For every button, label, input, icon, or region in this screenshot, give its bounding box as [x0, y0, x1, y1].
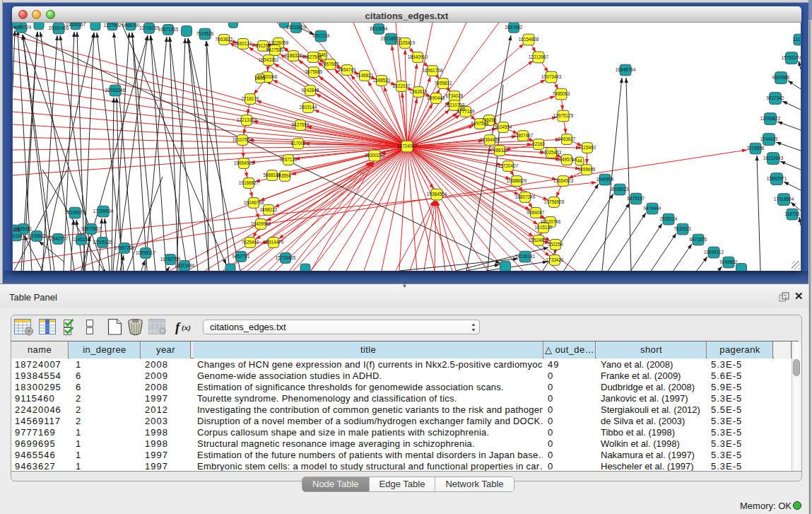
svg-text:19384554: 19384554 [427, 192, 447, 197]
svg-text:1145195: 1145195 [73, 237, 90, 242]
svg-text:1362615: 1362615 [410, 89, 428, 94]
svg-text:9777169: 9777169 [457, 109, 475, 114]
svg-text:15751074: 15751074 [782, 55, 801, 60]
svg-text:2803144: 2803144 [300, 105, 317, 110]
svg-text:116753: 116753 [785, 211, 800, 216]
svg-text:18724007: 18724007 [397, 144, 418, 148]
svg-text:16120746: 16120746 [541, 219, 561, 224]
svg-text:8990448: 8990448 [428, 95, 445, 100]
svg-text:9457791: 9457791 [233, 254, 250, 259]
svg-text:3498222: 3498222 [260, 207, 278, 212]
svg-text:17957253: 17957253 [114, 245, 135, 250]
svg-text:9115460: 9115460 [579, 145, 596, 150]
svg-text:9899695: 9899695 [578, 167, 596, 172]
svg-text:10653267: 10653267 [66, 23, 86, 27]
svg-text:7485063: 7485063 [553, 91, 570, 96]
svg-text:7357224: 7357224 [312, 33, 330, 38]
svg-text:1640954: 1640954 [596, 177, 614, 182]
svg-text:(x): (x) [182, 323, 191, 332]
svg-text:9463627: 9463627 [558, 136, 576, 141]
svg-text:19654923: 19654923 [234, 160, 254, 165]
svg-text:f: f [175, 320, 181, 334]
svg-text:9896: 9896 [255, 76, 266, 81]
svg-text:9474444: 9474444 [644, 206, 661, 211]
svg-text:7663822: 7663822 [216, 37, 233, 42]
svg-text:12213369: 12213369 [237, 117, 257, 122]
svg-text:8454749: 8454749 [339, 67, 356, 72]
svg-text:10654112: 10654112 [704, 250, 724, 255]
svg-text:17016504: 17016504 [774, 197, 794, 201]
svg-text:5888184: 5888184 [264, 173, 281, 177]
svg-text:9329966: 9329966 [772, 75, 790, 80]
svg-text:19166827: 19166827 [239, 180, 259, 185]
svg-text:6497568: 6497568 [471, 121, 489, 126]
svg-text:19524851: 19524851 [529, 238, 549, 243]
svg-text:9245652: 9245652 [720, 259, 738, 264]
svg-text:16961758: 16961758 [423, 68, 443, 73]
svg-text:3875685: 3875685 [305, 69, 323, 74]
svg-text:9084067: 9084067 [527, 210, 545, 215]
svg-text:9146821: 9146821 [356, 73, 374, 78]
svg-text:1615132: 1615132 [535, 225, 553, 230]
svg-text:9827500: 9827500 [266, 47, 284, 52]
svg-text:1244419: 1244419 [760, 136, 778, 141]
svg-text:7515526: 7515526 [196, 31, 214, 36]
svg-text:10688609: 10688609 [507, 178, 527, 183]
svg-text:18807249: 18807249 [515, 194, 536, 199]
svg-text:8186328: 8186328 [285, 53, 302, 58]
svg-text:44: 44 [577, 158, 582, 163]
svg-text:6734028: 6734028 [446, 93, 464, 98]
svg-text:8660124: 8660124 [235, 41, 252, 46]
svg-text:20053346: 20053346 [105, 88, 126, 93]
svg-text:14055724: 14055724 [13, 25, 32, 30]
svg-text:6466160: 6466160 [122, 23, 140, 28]
svg-text:252254: 252254 [548, 242, 563, 247]
svg-text:20206576: 20206576 [65, 210, 86, 215]
svg-text:12093822: 12093822 [760, 116, 781, 121]
svg-text:3267130: 3267130 [280, 157, 298, 162]
svg-text:16782759: 16782759 [160, 257, 181, 262]
svg-text:39154: 39154 [13, 233, 23, 238]
svg-text:16848784: 16848784 [616, 67, 636, 72]
svg-text:12975125: 12975125 [553, 113, 574, 118]
svg-text:13226058: 13226058 [269, 40, 289, 45]
svg-text:16409948: 16409948 [251, 221, 271, 226]
svg-text:8322037: 8322037 [393, 83, 411, 88]
svg-text:10719155: 10719155 [139, 25, 160, 30]
svg-text:1588520: 1588520 [373, 78, 391, 83]
svg-text:2435061: 2435061 [15, 226, 33, 231]
svg-text:15720407: 15720407 [498, 163, 519, 168]
svg-text:13654923: 13654923 [553, 178, 574, 183]
svg-text:18640910: 18640910 [408, 54, 428, 59]
svg-text:11156829: 11156829 [27, 233, 47, 238]
svg-text:8813054: 8813054 [370, 26, 388, 31]
svg-text:6479197: 6479197 [628, 196, 645, 201]
svg-text:16046798: 16046798 [244, 200, 264, 205]
svg-text:12942757: 12942757 [48, 236, 69, 241]
svg-text:3624554: 3624554 [495, 124, 512, 129]
svg-text:10025433: 10025433 [541, 150, 562, 155]
svg-text:30975867: 30975867 [81, 226, 102, 231]
svg-text:2935114: 2935114 [660, 216, 678, 221]
svg-text:12505135: 12505135 [93, 240, 113, 245]
svg-text:7625402: 7625402 [242, 240, 259, 245]
svg-text:7955812: 7955812 [435, 81, 452, 86]
svg-text:25300293: 25300293 [365, 153, 385, 158]
svg-text:9242848: 9242848 [302, 88, 319, 93]
svg-text:16543362: 16543362 [259, 57, 279, 62]
svg-text:21364436: 21364436 [480, 137, 500, 142]
svg-text:13325419: 13325419 [395, 40, 416, 45]
svg-text:10807487: 10807487 [513, 133, 534, 138]
svg-text:16107553: 16107553 [233, 137, 253, 142]
svg-text:9827508: 9827508 [305, 54, 322, 59]
svg-text:16033809: 16033809 [286, 25, 307, 30]
svg-text:7986322: 7986322 [491, 148, 509, 153]
svg-text:16210643: 16210643 [763, 156, 784, 160]
svg-text:1733426: 1733426 [546, 257, 564, 262]
svg-text:15716485: 15716485 [276, 255, 296, 260]
svg-text:2718176: 2718176 [242, 96, 259, 101]
svg-text:16671355: 16671355 [158, 27, 179, 32]
svg-text:2867608: 2867608 [322, 62, 339, 66]
svg-text:8427552: 8427552 [292, 122, 310, 127]
svg-text:9227342: 9227342 [767, 95, 784, 100]
